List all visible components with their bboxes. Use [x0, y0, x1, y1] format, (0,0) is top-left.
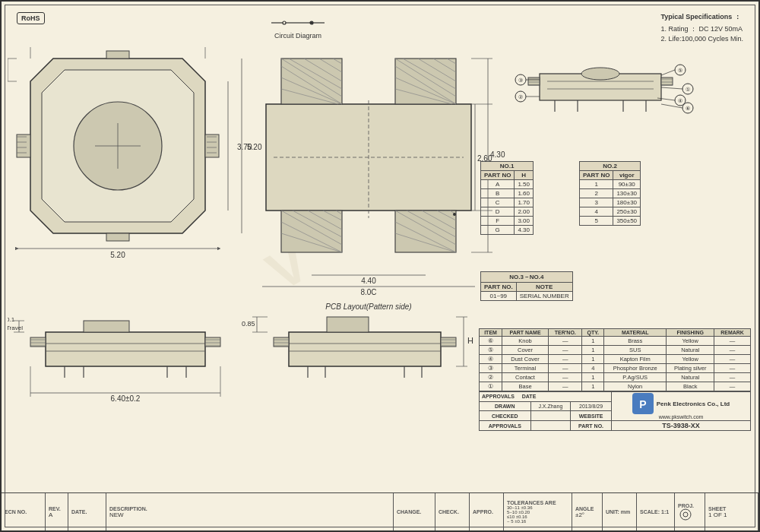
svg-point-171 [683, 512, 688, 517]
tolerances-section: TOLERANCES ARE 30~11 ±0.36 5~10 ±0.20 ≤1… [504, 493, 572, 530]
pcb-layout: 4.40 8.0C 2.60 4.30 PCB Layout(Pattern s… [262, 59, 505, 311]
no2-header: NO.2 [580, 162, 641, 171]
svg-line-113 [661, 70, 675, 75]
part-number: TS-3938-XX [612, 421, 751, 431]
no34-table-container: NO.3－NO.4 PART NO. NOTE 01~99SERIAL NUMB… [480, 271, 573, 301]
svg-rect-13 [106, 233, 129, 241]
proj-section: PROJ. [675, 493, 705, 530]
svg-text:③: ③ [518, 78, 523, 83]
top-view: 5.20 3.70 5.20 0.50 [8, 47, 262, 259]
svg-point-86 [581, 68, 619, 80]
svg-text:⑤: ⑤ [678, 68, 682, 73]
svg-rect-149 [441, 337, 456, 347]
no34-col-partno: PART NO. [481, 283, 517, 292]
parts-list: ITEM PART NAME TER'NO. QTY. MATERIAL FIN… [479, 328, 751, 391]
rev-section: REV. A [46, 493, 68, 530]
svg-text:P: P [639, 398, 646, 410]
no2-table-container: NO.2 PART NO vigor 190±30 2130±30 3180±3… [579, 161, 641, 226]
no34-header: NO.3－NO.4 [481, 272, 573, 283]
svg-point-83 [453, 213, 456, 216]
ecn-no-section: ECN NO. [2, 493, 46, 530]
no1-col-h: H [515, 171, 534, 180]
penk-logo-icon: P [632, 393, 654, 414]
page: V RoHS Circuit Diagram Typical Specifica… [0, 0, 760, 532]
svg-rect-61 [395, 211, 456, 252]
svg-point-170 [680, 509, 691, 520]
date-section: DATE. [68, 493, 106, 530]
svg-rect-11 [205, 135, 219, 157]
svg-rect-120 [84, 321, 129, 332]
no34-table: NO.3－NO.4 PART NO. NOTE 01~99SERIAL NUMB… [480, 271, 573, 301]
no1-header: NO.1 [481, 162, 534, 171]
svg-rect-10 [17, 135, 30, 157]
side-view-bottom: 0.20±0.1 Travel 6.40±0.2 [8, 316, 220, 403]
angle-section: ANGLE ±2° [572, 493, 603, 530]
unit-section: UNIT: mm [603, 493, 637, 530]
sheet-section: SHEET 1 OF 1 [705, 493, 758, 530]
website: www.pkswitch.com [614, 414, 748, 420]
svg-text:0.85: 0.85 [242, 320, 255, 328]
svg-text:H: H [467, 336, 473, 345]
svg-line-114 [661, 87, 682, 89]
svg-rect-148 [274, 337, 289, 347]
typical-specs-title: Typical Specifications ： [660, 12, 743, 23]
svg-rect-53 [281, 211, 342, 252]
svg-text:6.40±0.2: 6.40±0.2 [111, 394, 141, 403]
side-view-h: H 0.85 [242, 317, 473, 378]
parts-list-container: ITEM PART NAME TER'NO. QTY. MATERIAL FIN… [479, 328, 751, 431]
rohs-label: RoHS [21, 14, 40, 22]
svg-text:0.20±0.1: 0.20±0.1 [8, 316, 15, 323]
svg-rect-145 [327, 317, 369, 332]
svg-text:②: ② [518, 94, 523, 100]
company-name: Penk Electronics Co., Ltd [657, 401, 730, 407]
svg-point-1 [283, 21, 286, 24]
svg-rect-123 [30, 337, 46, 347]
scale-section: SCALE: 1:1 [637, 493, 675, 530]
no2-col-vigor: vigor [613, 171, 641, 180]
rev-value: A [49, 511, 65, 518]
proj-icon [678, 508, 693, 521]
side-view-top: ⑤ ① ③ ② ④ ⑥ [515, 65, 693, 113]
title-block: ECN NO. REV. A DATE. DESCRIPTION. NEW CH… [2, 492, 758, 530]
no1-table: NO.1 PART NO H A1.50 B1.60 C1.70 D2.00 F… [480, 161, 534, 235]
check-section: CHECK. [435, 493, 470, 530]
svg-point-3 [310, 21, 313, 24]
approvals-table: APPROVALS DATE P Penk Electronics Co., L… [479, 391, 751, 431]
change-label: CHANGE. [397, 509, 432, 515]
appro-section: APPRO. [470, 493, 504, 530]
no2-table: NO.2 PART NO vigor 190±30 2130±30 3180±3… [579, 161, 641, 226]
description-section: DESCRIPTION. NEW [106, 493, 394, 530]
svg-text:4.40: 4.40 [361, 277, 376, 285]
rohs-badge: RoHS [17, 12, 45, 24]
svg-text:⑥: ⑥ [686, 106, 690, 111]
svg-text:PCB Layout(Pattern side): PCB Layout(Pattern side) [325, 302, 411, 311]
svg-text:4.30: 4.30 [490, 150, 505, 159]
no34-col-note: NOTE [516, 283, 572, 292]
svg-rect-119 [46, 332, 205, 366]
svg-rect-12 [106, 51, 129, 59]
svg-text:5.20: 5.20 [110, 251, 125, 259]
svg-rect-124 [205, 337, 220, 347]
svg-text:①: ① [686, 87, 690, 92]
svg-rect-144 [289, 332, 441, 366]
svg-text:④: ④ [678, 98, 682, 103]
no2-col-partno: PART NO [580, 171, 613, 180]
no1-col-partno: PART NO [481, 171, 515, 180]
svg-text:Travel: Travel [8, 325, 23, 331]
svg-text:8.0C: 8.0C [360, 288, 376, 296]
svg-rect-90 [661, 78, 673, 85]
svg-text:5.20: 5.20 [247, 143, 262, 151]
no1-table-container: NO.1 PART NO H A1.50 B1.60 C1.70 D2.00 F… [480, 161, 534, 235]
description-value: NEW [109, 511, 390, 518]
change-section: CHANGE. [394, 493, 435, 530]
sheet-value: 1 OF 1 [708, 511, 755, 518]
svg-rect-89 [528, 78, 540, 85]
